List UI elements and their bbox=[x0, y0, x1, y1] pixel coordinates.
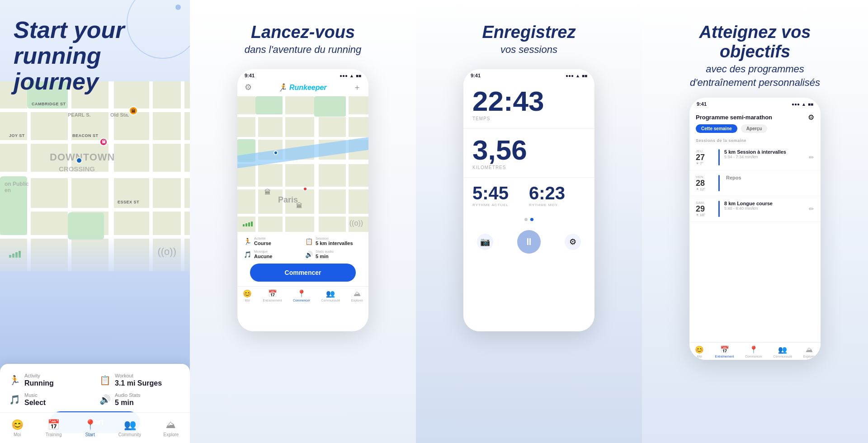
status-bar-3: 9:41 ●●● ▲ ■■ bbox=[463, 69, 594, 80]
edit-icon-sat[interactable]: ✏ bbox=[809, 205, 814, 212]
p4-nav-explorer[interactable]: ⛰ Explorer bbox=[803, 346, 815, 358]
oldstate-label: Old Sta. bbox=[110, 112, 129, 118]
pause-button[interactable]: ⏸ bbox=[517, 230, 541, 254]
p4-nav-commencer[interactable]: 📍 Commencer bbox=[745, 345, 762, 358]
location-icon: 📍 bbox=[84, 419, 96, 431]
p2-session-label: Session bbox=[316, 236, 353, 240]
pace-stat-block: 5:45 RYTHME ACTUEL 6:23 RYTHME MOY. bbox=[463, 178, 594, 213]
phone4-bottom-nav: 😊 Moi 📅 Entraînement 📍 Commencer 👥 Commu… bbox=[689, 342, 821, 360]
p2-nav-community[interactable]: 👥 Communauté bbox=[321, 289, 340, 302]
nav-item-community[interactable]: 👥 Community bbox=[118, 419, 142, 437]
pagination-dots bbox=[463, 213, 594, 226]
pace-current-value: 5:45 bbox=[472, 184, 529, 202]
phone4-content: Programme semi-marathon ⚙ Cette semaine … bbox=[689, 108, 821, 360]
phone2-map: Paris ((ο)) 🏛 🏛 bbox=[237, 96, 368, 232]
p2-nav-moi[interactable]: 😊 Moi bbox=[243, 289, 252, 302]
nav-item-explore[interactable]: ⛰ Explore bbox=[163, 419, 179, 437]
session-thu-pace: 5:34 - 7:34 min/km bbox=[724, 155, 814, 159]
p2-session-item: 📋 Session 5 km intervalles bbox=[305, 236, 362, 246]
signal-icon bbox=[243, 222, 253, 226]
settings-icon-4: ⚙ bbox=[808, 113, 814, 122]
public-label: on Publicen bbox=[5, 181, 29, 193]
tab-week[interactable]: Cette semaine bbox=[696, 124, 737, 133]
section-label: Sessions de la semaine bbox=[689, 137, 821, 145]
wireless-icon: ((ο)) bbox=[349, 219, 363, 227]
session-icon: 📋 bbox=[305, 238, 313, 245]
paris-label: Paris bbox=[278, 195, 298, 205]
phone-mockup-2: 9:41 ●●● ▲ ■■ ⚙ 🏃 Runkeeper ＋ bbox=[237, 69, 368, 331]
phone4-header: Programme semi-marathon ⚙ bbox=[689, 108, 821, 124]
p2-nav-training[interactable]: 📅 Entraînement bbox=[263, 289, 282, 302]
pace-current-label: RYTHME ACTUEL bbox=[472, 203, 529, 207]
edit-icon-thu[interactable]: ✏ bbox=[809, 154, 814, 161]
p2-activity-item: 🏃 Activité Course bbox=[244, 236, 301, 246]
p4-nav-community[interactable]: 👥 Communauté bbox=[773, 345, 792, 358]
workout-label: Workout bbox=[115, 373, 162, 379]
bottom-navigation: 😊 Moi 📅 Training 📍 Start 👥 Community ⛰ E… bbox=[0, 412, 190, 443]
runkeeper-logo: 🏃 Runkeeper bbox=[278, 83, 326, 92]
status-time-4: 9:41 bbox=[697, 101, 707, 107]
program-title: Programme semi-marathon bbox=[696, 114, 772, 121]
p2-session-value: 5 km intervalles bbox=[316, 240, 353, 246]
nav-item-moi[interactable]: 😊 Moi bbox=[11, 419, 24, 437]
status-bar-4: 9:41 ●●● ▲ ■■ bbox=[689, 98, 821, 108]
audio-icon: 🔊 bbox=[99, 394, 110, 405]
crossing-label: CROSSING bbox=[59, 165, 95, 173]
street-label: BEACON ST bbox=[72, 133, 99, 138]
road bbox=[149, 81, 153, 271]
panel-enregistrez: Enregistrez vos sessions 9:41 ●●● ▲ ■■ 2… bbox=[416, 0, 642, 443]
camera-button[interactable]: 📷 bbox=[477, 234, 493, 250]
panel4-headline-sub2: d'entraînement personnalisés bbox=[674, 77, 836, 89]
session-fri-title: Repos bbox=[726, 175, 814, 180]
phone3-content: 22:43 TEMPS 3,56 KILOMÈTRES 5:45 RYTHME … bbox=[463, 80, 594, 331]
panel-objectifs: Atteignez vos objectifs avec des program… bbox=[642, 0, 868, 443]
running-icon-2: 🏃 bbox=[244, 238, 251, 245]
p2-nav-explorer[interactable]: ⛰ Explorer bbox=[351, 290, 363, 302]
street-label: CAMBRIDGE ST bbox=[32, 102, 66, 106]
phone-mockup-4: 9:41 ●●● ▲ ■■ Programme semi-marathon ⚙ … bbox=[689, 98, 821, 360]
activity-value: Running bbox=[24, 379, 54, 387]
settings-button[interactable]: ⚙ bbox=[565, 234, 581, 250]
commencer-button[interactable]: Commencer bbox=[250, 264, 356, 282]
time-stat-block: 22:43 TEMPS bbox=[463, 80, 594, 129]
dot-1 bbox=[524, 218, 528, 221]
map-marker-blue bbox=[76, 157, 82, 164]
p2-audio-item: 🔊 Stats audio 5 min bbox=[305, 250, 362, 259]
session-sat-pace: 5:40 - 6:40 min/km bbox=[724, 206, 814, 211]
pace-avg-value: 6:23 bbox=[529, 184, 585, 202]
app-bar-2: ⚙ 🏃 Runkeeper ＋ bbox=[237, 80, 368, 96]
main-headline: Start your running journey bbox=[14, 17, 167, 95]
music-icon: 🎵 bbox=[9, 394, 20, 405]
map-view: CAMBRIDGE ST JOY ST BEACON ST ESSEX ST D… bbox=[0, 81, 190, 271]
pace-avg-label: RYTHME MOY. bbox=[529, 203, 585, 207]
nav-item-start[interactable]: 📍 Start bbox=[84, 419, 96, 437]
panel2-headline-main: Lancez-vous bbox=[245, 23, 362, 42]
panel4-headline-main: Atteignez vos objectifs bbox=[674, 23, 836, 61]
monument-icon: 🏛 bbox=[264, 189, 271, 196]
panel-lancez-vous: Lancez-vous dans l'aventure du running 9… bbox=[190, 0, 416, 443]
tab-preview[interactable]: Aperçu bbox=[741, 124, 767, 133]
p2-activity-label: Activité bbox=[254, 236, 271, 240]
phone2-activity-info: 🏃 Activité Course 📋 Session 5 km interva… bbox=[237, 232, 368, 286]
decorative-dot bbox=[175, 5, 181, 10]
workout-icon: 📋 bbox=[99, 375, 110, 386]
p4-nav-moi[interactable]: 😊 Moi bbox=[695, 345, 704, 358]
distance-value: 3,56 bbox=[472, 136, 585, 164]
street-label: ESSEX ST bbox=[118, 200, 139, 204]
p2-music-label: Musique bbox=[254, 250, 272, 254]
mountain-icon: ⛰ bbox=[166, 419, 176, 431]
panel-start: Start your running journey CAMBRIDGE ST … bbox=[0, 0, 190, 443]
p4-nav-training[interactable]: 📅 Entraînement bbox=[715, 345, 734, 358]
phone2-bottom-nav: 😊 Moi 📅 Entraînement 📍 Commencer 👥 Commu… bbox=[237, 286, 368, 304]
p2-nav-commencer[interactable]: 📍 Commencer bbox=[293, 289, 310, 302]
time-value: 22:43 bbox=[472, 87, 585, 115]
nav-item-training[interactable]: 📅 Training bbox=[46, 419, 62, 437]
audiostats-value: 5 min bbox=[115, 398, 140, 407]
session-thu: JEU. 27 ☀ 7° 5 km Session à intervalles … bbox=[689, 145, 821, 170]
road bbox=[27, 81, 31, 271]
music-item: 🎵 Music Select bbox=[9, 392, 90, 407]
activity-label: Activity bbox=[24, 373, 54, 379]
map-marker-pink: 🏛 bbox=[99, 138, 108, 146]
people-icon: 👥 bbox=[124, 419, 136, 431]
p2-audio-value: 5 min bbox=[316, 254, 334, 259]
